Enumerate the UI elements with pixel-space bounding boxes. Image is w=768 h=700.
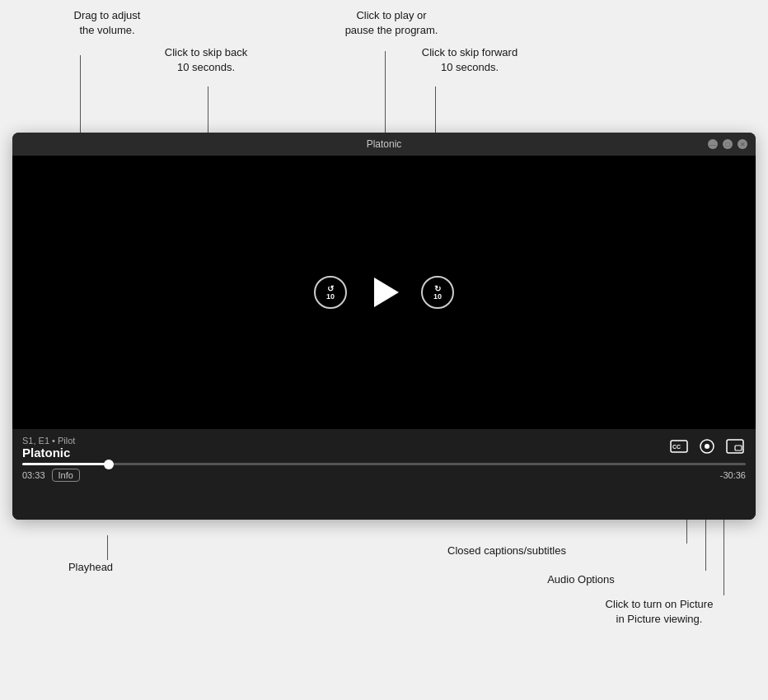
captions-icon: CC [670, 440, 688, 453]
audio-options-button[interactable] [696, 437, 718, 455]
line-drag-volume [80, 55, 81, 142]
line-playhead [107, 535, 108, 560]
progress-bar-track[interactable] [22, 463, 746, 465]
playback-controls: ↺ 10 ↻ 10 [314, 272, 454, 313]
annotation-pip: Click to turn on Picture in Picture view… [577, 597, 742, 627]
skip-forward-button[interactable]: ↻ 10 [421, 276, 454, 309]
svg-point-3 [705, 444, 709, 449]
pip-icon [726, 439, 744, 454]
progress-bar-fill [22, 463, 109, 465]
annotation-skip-back: Click to skip back 10 seconds. [148, 45, 264, 75]
annotation-captions: Closed captions/subtitles [437, 544, 577, 558]
bottom-bar: S1, E1 • Pilot Platonic CC [12, 429, 756, 520]
minimize-button[interactable]: — [708, 139, 718, 149]
svg-text:CC: CC [672, 444, 681, 450]
annotation-skip-forward: Click to skip forward 10 seconds. [404, 45, 536, 75]
video-area: ↺ 10 ↻ 10 [12, 156, 756, 429]
window-controls: — □ ✕ [708, 139, 747, 149]
close-button[interactable]: ✕ [738, 139, 747, 149]
time-remaining: -30:36 [720, 470, 746, 480]
show-info-row: S1, E1 • Pilot Platonic CC [22, 436, 746, 460]
play-icon [374, 278, 399, 307]
info-button[interactable]: Info [52, 469, 80, 482]
skip-back-button[interactable]: ↺ 10 [314, 276, 347, 309]
show-meta: S1, E1 • Pilot [22, 436, 75, 446]
time-row: 03:33 Info -30:36 [22, 469, 746, 482]
time-elapsed: 03:33 [22, 470, 45, 480]
player-window: Platonic — □ ✕ 🔊 ↺ 10 [12, 133, 756, 520]
progress-bar-row [22, 463, 746, 465]
annotation-playhead: Playhead [49, 560, 132, 575]
annotation-audio-options: Audio Options [527, 572, 635, 587]
annotation-play-pause: Click to play or pause the program. [330, 8, 453, 38]
show-meta-block: S1, E1 • Pilot Platonic [22, 436, 75, 460]
maximize-button[interactable]: □ [723, 139, 733, 149]
annotation-drag-volume: Drag to adjust the volume. [49, 8, 165, 38]
captions-button[interactable]: CC [668, 437, 690, 455]
right-icons: CC [668, 437, 746, 455]
window-title: Platonic [367, 138, 402, 150]
audio-icon [699, 438, 715, 455]
show-title: Platonic [22, 446, 75, 460]
pip-button[interactable] [724, 437, 746, 455]
title-bar: Platonic — □ ✕ [12, 133, 756, 156]
play-pause-button[interactable] [363, 272, 405, 313]
svg-rect-5 [735, 446, 742, 450]
playhead[interactable] [104, 460, 114, 469]
